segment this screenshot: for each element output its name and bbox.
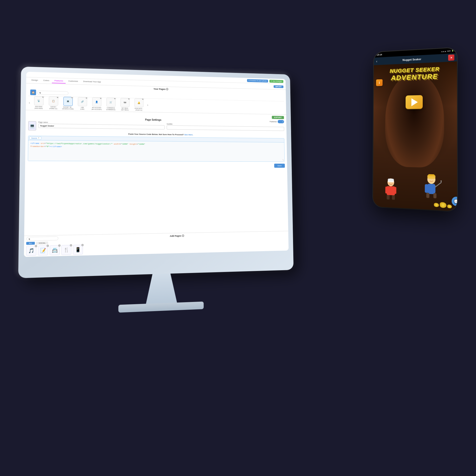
list-item: 🍴 i — [61, 245, 71, 255]
page-meal-close[interactable]: ✕ — [128, 98, 130, 100]
page-rss-close[interactable]: ✕ — [42, 96, 44, 98]
tab-download[interactable]: Download Your App — [81, 79, 103, 85]
add-pages-search-input[interactable] — [26, 236, 58, 241]
notes-info-dot[interactable]: i — [47, 245, 49, 247]
tab-colors[interactable]: Colors — [41, 78, 52, 83]
source-tab-label: Source — [31, 137, 37, 139]
page-meal-label: SET MEAL(SET MEAL) — [121, 107, 129, 111]
add-qr-icon-box[interactable]: 📱 — [73, 245, 83, 255]
page-link-close[interactable]: ✕ — [86, 97, 88, 99]
play-button[interactable] — [406, 95, 423, 109]
source-tab-close-icon[interactable]: ✕ — [38, 137, 39, 139]
source-code-area[interactable]: <iframe src="https://swiftspeedappcreato… — [28, 140, 284, 162]
page-survey-icon-box[interactable]: 📋 ✕ — [49, 96, 58, 106]
page-account-icon-box[interactable]: 👤 ✕ — [92, 97, 101, 107]
page-account-close[interactable]: ✕ — [100, 97, 102, 99]
list-item: 👤 ✕ MY ACCOUNT(MY ACCOUNT) — [90, 97, 103, 110]
source-editor: Source ✕ <iframe src="https://swiftspeed… — [28, 136, 285, 162]
push-icon: 🔔 — [138, 102, 140, 104]
tab-customize[interactable]: Customize — [66, 79, 81, 84]
music-icon: 🎵 — [28, 248, 34, 254]
page-commerce-close[interactable]: ✕ — [114, 97, 116, 99]
qr-info-dot[interactable]: i — [81, 244, 84, 246]
svg-rect-2 — [428, 174, 434, 177]
add-music-icon-box[interactable]: 🎵 — [26, 246, 36, 256]
contacts-info-dot[interactable]: i — [58, 244, 61, 247]
svg-rect-15 — [387, 195, 390, 199]
svg-rect-5 — [432, 184, 435, 193]
commerce-icon: 🛒 — [110, 101, 112, 103]
filter-all[interactable]: ALL — [26, 242, 35, 245]
tab-features[interactable]: Features — [52, 78, 66, 84]
page-nugget-close[interactable]: ✕ — [71, 96, 73, 98]
resize-handle[interactable]: ⤡ — [282, 159, 284, 161]
svg-rect-6 — [426, 193, 429, 198]
scene: ↻ Preview on your phone ⟳ See changes De… — [0, 0, 476, 476]
published-badge: Published — [270, 120, 284, 123]
page-link-icon-box[interactable]: 🔗 ✕ — [78, 97, 87, 106]
play-triangle-icon — [411, 98, 418, 106]
phone-close-button[interactable]: ✕ — [448, 55, 454, 61]
miner-character-2 — [383, 178, 399, 203]
page-link-label: LINK(LINK) — [80, 107, 85, 110]
see-changes-button[interactable]: ⟳ See changes — [269, 80, 283, 83]
filter-social[interactable]: SOCIAL — [36, 241, 48, 245]
list-item: 📇 i — [50, 245, 60, 255]
qr-icon: 📱 — [75, 247, 81, 252]
contacts-icon: 📇 — [52, 247, 58, 253]
page-meal-icon-box[interactable]: 🍽 ✕ — [120, 98, 129, 107]
home-icon[interactable]: 🏠 — [30, 89, 36, 95]
pages-next-arrow[interactable]: › — [146, 103, 149, 107]
add-pages-search-area — [26, 236, 58, 241]
list-item: 📱 i — [73, 245, 83, 255]
save-button[interactable]: Save — [274, 164, 285, 168]
music-info-dot[interactable]: i — [35, 245, 37, 247]
list-item: 🍽 ✕ SET MEAL(SET MEAL) — [119, 98, 132, 111]
page-rss-icon-box[interactable]: 📡 ✕ — [34, 96, 44, 105]
import-button[interactable]: IMPORT — [273, 85, 283, 88]
svg-rect-4 — [425, 184, 428, 193]
list-item: 📝 i — [38, 245, 48, 256]
page-push-close[interactable]: ✕ — [142, 98, 144, 100]
phone-screen: 13:14 ▲▲▲ WiFi 🔋 ‹ Nugget Seaker ✕ — [373, 48, 457, 211]
page-survey-close[interactable]: ✕ — [57, 96, 59, 98]
see-here-link[interactable]: See Here. — [184, 134, 193, 136]
add-notes-icon-box[interactable]: 📝 — [38, 245, 48, 256]
published-toggle[interactable] — [278, 120, 284, 123]
monitor-screen: ↻ Preview on your phone ⟳ See changes De… — [24, 72, 289, 257]
list-item: 💻 ✕ NUGGET SE...(SOURCE CODE) — [61, 97, 75, 110]
svg-line-8 — [435, 182, 442, 187]
play-button-area — [406, 95, 423, 109]
info-button[interactable]: i — [376, 79, 383, 86]
pages-search-input[interactable] — [37, 90, 68, 95]
monitor: ↻ Preview on your phone ⟳ See changes De… — [18, 66, 294, 278]
add-pages-section: Add Pages ⓘ ALL SOCIAL 🎵 i — [24, 231, 289, 257]
subtitle-field-wrap: Subtitle: — [167, 123, 284, 131]
page-push-icon-box[interactable]: 🔔 ✕ — [134, 98, 143, 107]
tab-design[interactable]: Design — [29, 78, 41, 83]
settings-row: 💻 Page name: Subtitle: — [28, 121, 284, 133]
export-button[interactable]: EXPORT — [272, 116, 284, 119]
signal-icon: ▲▲▲ — [441, 50, 446, 52]
add-contacts-icon-box[interactable]: 📇 — [50, 245, 60, 255]
battery-icon: 🔋 — [451, 50, 454, 52]
phone-game-area: i NUGGET SEEKER ADVENTURE — [373, 61, 457, 211]
pages-prev-arrow[interactable]: ‹ — [28, 100, 31, 105]
svg-rect-7 — [433, 193, 436, 198]
source-tab[interactable]: Source ✕ — [30, 137, 41, 140]
meal-icon: 🍽 — [124, 101, 126, 104]
add-menu-icon-box[interactable]: 🍴 — [61, 245, 71, 255]
menu-icon: 🍴 — [63, 247, 69, 253]
page-nugget-icon-box[interactable]: 💻 ✕ — [63, 97, 73, 106]
page-settings-section: EXPORT Page Settings Published 💻 Page na… — [24, 110, 288, 236]
preview-phone-button[interactable]: ↻ Preview on your phone — [247, 79, 268, 83]
phone-status-icons: ▲▲▲ WiFi 🔋 — [441, 50, 454, 52]
page-commerce-icon-box[interactable]: 🛒 ✕ — [106, 98, 116, 107]
phone-mockup: 13:14 ▲▲▲ WiFi 🔋 ‹ Nugget Seaker ✕ — [373, 48, 457, 211]
page-commerce-label: COMMERCE(COMMERCE) — [106, 107, 116, 111]
nugget-3 — [447, 205, 452, 208]
phone-nav-title: Nugget Seaker — [377, 56, 448, 63]
menu-info-dot[interactable]: i — [70, 244, 72, 247]
nugget-icon: 💻 — [66, 100, 69, 103]
svg-rect-13 — [385, 186, 388, 193]
